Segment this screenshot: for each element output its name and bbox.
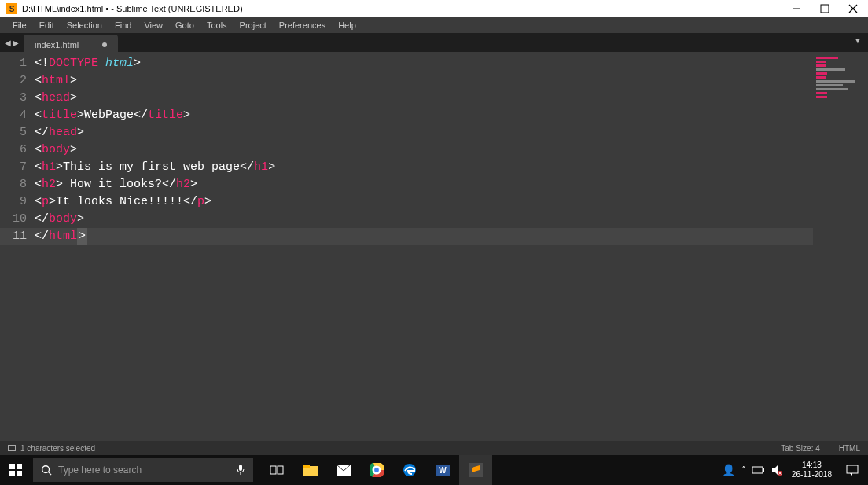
tray-chevron-up-icon[interactable]: ˄: [741, 465, 746, 476]
code-line[interactable]: <title>WebPage</title>: [35, 107, 813, 124]
line-number: 11: [0, 228, 35, 245]
line-number-gutter: 1234567891011: [0, 52, 35, 441]
code-line[interactable]: </html>: [35, 228, 813, 245]
word-icon[interactable]: W: [426, 455, 459, 485]
svg-rect-7: [17, 471, 22, 476]
arrow-left-icon[interactable]: ◀: [5, 39, 11, 47]
start-button[interactable]: [0, 455, 31, 485]
action-center-icon[interactable]: [837, 455, 868, 485]
battery-icon[interactable]: [752, 466, 765, 474]
menu-goto[interactable]: Goto: [169, 19, 200, 31]
svg-rect-27: [752, 467, 763, 473]
svg-rect-28: [763, 468, 764, 472]
svg-rect-1: [821, 5, 829, 13]
tab-overflow-icon[interactable]: ▼: [848, 33, 868, 52]
svg-rect-5: [17, 464, 22, 469]
svg-marker-29: [772, 465, 778, 475]
menu-preferences[interactable]: Preferences: [273, 19, 332, 31]
minimize-button[interactable]: [791, 3, 802, 14]
volume-icon[interactable]: [771, 465, 782, 476]
tab-active[interactable]: index1.html: [24, 35, 118, 52]
tab-nav-arrows[interactable]: ◀ ▶: [0, 33, 24, 52]
menu-find[interactable]: Find: [108, 19, 138, 31]
line-number: 8: [0, 176, 35, 193]
menu-tools[interactable]: Tools: [200, 19, 234, 31]
editor-status-bar: 1 characters selected Tab Size: 4 HTML: [0, 441, 868, 455]
code-line[interactable]: </body>: [35, 211, 813, 228]
search-placeholder: Type here to search: [58, 465, 142, 476]
menu-view[interactable]: View: [138, 19, 169, 31]
menu-help[interactable]: Help: [332, 19, 362, 31]
svg-rect-12: [270, 466, 276, 474]
clock-date: 26-11-2018: [792, 470, 832, 479]
clock-time: 14:13: [802, 461, 822, 470]
svg-rect-33: [847, 465, 858, 473]
status-syntax[interactable]: HTML: [839, 444, 860, 453]
menu-bar: File Edit Selection Find View Goto Tools…: [0, 17, 868, 33]
line-number: 6: [0, 141, 35, 159]
status-selection: 1 characters selected: [20, 444, 95, 453]
line-number: 3: [0, 90, 35, 107]
window-titlebar: S D:\HTML\index1.html • - Sublime Text (…: [0, 0, 868, 17]
svg-rect-10: [239, 465, 242, 471]
menu-selection[interactable]: Selection: [61, 19, 108, 31]
code-editor[interactable]: <!DOCTYPE html><html><head><title>WebPag…: [35, 52, 813, 441]
menu-project[interactable]: Project: [234, 19, 273, 31]
mail-icon[interactable]: [327, 455, 360, 485]
system-tray[interactable]: 👤 ˄: [717, 464, 787, 476]
search-icon: [41, 465, 52, 476]
editor-area[interactable]: 1234567891011 <!DOCTYPE html><html><head…: [0, 52, 868, 441]
line-number: 1: [0, 55, 35, 72]
taskbar-search[interactable]: Type here to search: [33, 458, 253, 482]
people-icon[interactable]: 👤: [722, 464, 735, 476]
line-number: 7: [0, 159, 35, 176]
code-line[interactable]: </head>: [35, 124, 813, 141]
file-explorer-icon[interactable]: [294, 455, 327, 485]
code-line[interactable]: <html>: [35, 72, 813, 90]
edge-icon[interactable]: [393, 455, 426, 485]
svg-line-9: [49, 472, 52, 476]
arrow-right-icon[interactable]: ▶: [13, 39, 19, 47]
close-button[interactable]: [848, 3, 859, 14]
svg-rect-13: [278, 466, 283, 474]
app-icon: S: [6, 3, 17, 14]
line-number: 2: [0, 72, 35, 90]
line-number: 10: [0, 211, 35, 228]
code-line[interactable]: <!DOCTYPE html>: [35, 55, 813, 72]
sublime-icon[interactable]: [459, 455, 492, 485]
windows-taskbar: Type here to search W 👤 ˄: [0, 455, 868, 485]
panel-toggle-icon[interactable]: [8, 445, 16, 451]
tab-modified-dot-icon: [102, 42, 107, 47]
window-title: D:\HTML\index1.html • - Sublime Text (UN…: [22, 4, 243, 13]
task-view-icon[interactable]: [261, 455, 294, 485]
line-number: 4: [0, 107, 35, 124]
taskbar-clock[interactable]: 14:13 26-11-2018: [787, 461, 837, 479]
svg-text:W: W: [439, 466, 447, 475]
code-line[interactable]: <head>: [35, 90, 813, 107]
chrome-icon[interactable]: [360, 455, 393, 485]
svg-rect-6: [9, 471, 15, 476]
code-line[interactable]: <h2> How it looks?</h2>: [35, 176, 813, 193]
menu-file[interactable]: File: [6, 19, 33, 31]
maximize-button[interactable]: [819, 3, 830, 14]
status-tab-size[interactable]: Tab Size: 4: [781, 444, 819, 453]
code-line[interactable]: <body>: [35, 141, 813, 159]
code-line[interactable]: <h1>This is my first web page</h1>: [35, 159, 813, 176]
tab-label: index1.html: [35, 40, 79, 50]
tab-bar: ◀ ▶ index1.html ▼: [0, 33, 868, 52]
menu-edit[interactable]: Edit: [33, 19, 61, 31]
line-number: 5: [0, 124, 35, 141]
minimap[interactable]: [813, 52, 868, 441]
svg-rect-15: [303, 465, 310, 468]
line-number: 9: [0, 193, 35, 211]
svg-rect-4: [9, 464, 15, 469]
svg-point-8: [42, 466, 50, 473]
code-line[interactable]: <p>It looks Nice!!!!!</p>: [35, 193, 813, 211]
microphone-icon[interactable]: [236, 464, 245, 476]
